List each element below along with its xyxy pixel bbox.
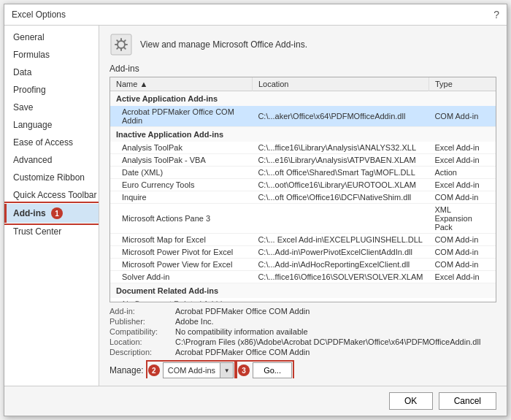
section-inactive-label: Inactive Application Add-ins bbox=[110, 127, 496, 142]
location-value: C:\Program Files (x86)\Adobe\Acrobat DC\… bbox=[175, 337, 496, 346]
addin-detail-label: Add-in: bbox=[110, 307, 175, 316]
go-button-wrapper: 3 Go... bbox=[238, 362, 292, 378]
addin-name: Inquire bbox=[110, 191, 252, 204]
compatibility-value: No compatibility information available bbox=[175, 327, 496, 336]
help-button[interactable]: ? bbox=[493, 9, 499, 20]
sidebar-item-ease-of-access[interactable]: Ease of Access bbox=[4, 134, 99, 151]
table-row[interactable]: Date (XML) C:\...oft Office\Shared\Smart… bbox=[110, 167, 496, 179]
compatibility-label: Compatibility: bbox=[110, 327, 175, 336]
description-label: Description: bbox=[110, 348, 175, 356]
addin-detail-value: Acrobat PDFMaker Office COM Addin bbox=[175, 307, 496, 316]
detail-addin-row: Add-in: Acrobat PDFMaker Office COM Addi… bbox=[110, 307, 496, 316]
detail-publisher-row: Publisher: Adobe Inc. bbox=[110, 317, 496, 326]
sidebar-item-formulas[interactable]: Formulas bbox=[4, 46, 99, 64]
svg-rect-0 bbox=[111, 34, 131, 55]
table-row[interactable]: Analysis ToolPak C:\...ffice16\Library\A… bbox=[110, 142, 496, 154]
excel-options-dialog: Excel Options ? General Formulas Data Pr… bbox=[4, 4, 507, 416]
addin-name: Solver Add-in bbox=[110, 271, 252, 283]
dialog-body: General Formulas Data Proofing Save Lang… bbox=[4, 26, 507, 386]
sidebar-item-customize-ribbon[interactable]: Customize Ribbon bbox=[4, 169, 99, 186]
addin-type: Excel Add-in bbox=[429, 271, 496, 283]
addin-name: Analysis ToolPak bbox=[110, 142, 252, 154]
addin-location: C:\...e16\Library\Analysis\ATPVBAEN.XLAM bbox=[252, 154, 429, 167]
addins-container: Name ▲ Location Type Active Application … bbox=[110, 77, 496, 378]
addin-location: C:\...ffice16\Library\Analysis\ANALYS32.… bbox=[252, 142, 429, 154]
sidebar-item-language[interactable]: Language bbox=[4, 116, 99, 134]
col-header-name[interactable]: Name ▲ bbox=[110, 77, 252, 91]
publisher-label: Publisher: bbox=[110, 317, 175, 326]
manage-dropdown-wrapper: 2 COM Add-ins ▼ bbox=[148, 362, 234, 378]
addin-name: Euro Currency Tools bbox=[110, 179, 252, 191]
table-row[interactable]: Acrobat PDFMaker Office COM Addin C:\...… bbox=[110, 106, 496, 127]
addin-type: COM Add-in bbox=[429, 246, 496, 259]
addin-location: C:\...Add-in\PowerPivotExcelClientAddIn.… bbox=[252, 246, 429, 259]
addin-location: C:\...Add-in\AdHocReportingExcelClient.d… bbox=[252, 259, 429, 271]
manage-section: Manage: 2 COM Add-ins ▼ 3 Go... bbox=[110, 362, 496, 378]
footer-buttons: OK Cancel bbox=[4, 386, 507, 416]
addin-type: Excel Add-in bbox=[429, 154, 496, 167]
main-content: View and manage Microsoft Office Add-ins… bbox=[99, 26, 507, 386]
addin-type: Action bbox=[429, 167, 496, 179]
sidebar-item-save[interactable]: Save bbox=[4, 99, 99, 116]
sidebar-item-quick-access-toolbar[interactable]: Quick Access Toolbar bbox=[4, 186, 99, 204]
table-row[interactable]: Solver Add-in C:\...ffice16\Office16\SOL… bbox=[110, 271, 496, 283]
table-row[interactable]: Microsoft Map for Excel C:\... Excel Add… bbox=[110, 234, 496, 246]
addin-type: COM Add-in bbox=[429, 191, 496, 204]
addin-name: Analysis ToolPak - VBA bbox=[110, 154, 252, 167]
addins-label: Add-ins bbox=[110, 64, 496, 74]
table-row[interactable]: Microsoft Power Pivot for Excel C:\...Ad… bbox=[110, 246, 496, 259]
add-ins-badge: 1 bbox=[51, 207, 63, 219]
addin-location: C:\... Excel Add-in\EXCELPLUGINSHELL.DLL bbox=[252, 234, 429, 246]
addin-location: C:\...aker\Office\x64\PDFMOfficeAddin.dl… bbox=[252, 106, 429, 127]
addin-type: COM Add-in bbox=[429, 106, 496, 127]
manage-badge: 2 bbox=[148, 364, 160, 376]
cancel-button[interactable]: Cancel bbox=[439, 392, 496, 410]
addin-type: Excel Add-in bbox=[429, 142, 496, 154]
addin-name: Date (XML) bbox=[110, 167, 252, 179]
addin-location: C:\...oft Office\Shared\Smart Tag\MOFL.D… bbox=[252, 167, 429, 179]
detail-location-row: Location: C:\Program Files (x86)\Adobe\A… bbox=[110, 337, 496, 346]
addin-location: C:\...ffice16\Office16\SOLVER\SOLVER.XLA… bbox=[252, 271, 429, 283]
table-row[interactable]: Inquire C:\...oft Office\Office16\DCF\Na… bbox=[110, 191, 496, 204]
addin-type: Excel Add-in bbox=[429, 179, 496, 191]
section-active: Active Application Add-ins bbox=[110, 91, 496, 107]
description-value: Acrobat PDFMaker Office COM Addin bbox=[175, 348, 496, 356]
sidebar-item-general[interactable]: General bbox=[4, 28, 99, 46]
sidebar-item-proofing[interactable]: Proofing bbox=[4, 81, 99, 99]
header-section: View and manage Microsoft Office Add-ins… bbox=[110, 33, 496, 56]
table-row[interactable]: Analysis ToolPak - VBA C:\...e16\Library… bbox=[110, 154, 496, 167]
addin-name: Microsoft Power Pivot for Excel bbox=[110, 246, 252, 259]
table-row[interactable]: Microsoft Power View for Excel C:\...Add… bbox=[110, 259, 496, 271]
sidebar-item-trust-center[interactable]: Trust Center bbox=[4, 223, 99, 240]
location-label: Location: bbox=[110, 337, 175, 346]
detail-compatibility-row: Compatibility: No compatibility informat… bbox=[110, 327, 496, 336]
sidebar-item-advanced[interactable]: Advanced bbox=[4, 151, 99, 169]
detail-description-row: Description: Acrobat PDFMaker Office COM… bbox=[110, 348, 496, 356]
section-document-label: Document Related Add-ins bbox=[110, 283, 496, 299]
section-active-label: Active Application Add-ins bbox=[110, 91, 496, 107]
header-description: View and manage Microsoft Office Add-ins… bbox=[140, 39, 307, 50]
addin-type: COM Add-in bbox=[429, 234, 496, 246]
gear-icon bbox=[110, 33, 133, 56]
sidebar-item-add-ins[interactable]: Add-ins 1 bbox=[4, 204, 99, 223]
dropdown-arrow-icon[interactable]: ▼ bbox=[220, 363, 233, 378]
table-row[interactable]: No Document Related Add-ins bbox=[110, 298, 496, 302]
addin-name: Microsoft Power View for Excel bbox=[110, 259, 252, 271]
col-header-type[interactable]: Type bbox=[429, 77, 496, 91]
addin-name: Microsoft Actions Pane 3 bbox=[110, 204, 252, 234]
go-badge: 3 bbox=[238, 364, 250, 376]
addins-table-wrapper[interactable]: Name ▲ Location Type Active Application … bbox=[110, 77, 496, 302]
addin-name: Microsoft Map for Excel bbox=[110, 234, 252, 246]
table-row[interactable]: Euro Currency Tools C:\...oot\Office16\L… bbox=[110, 179, 496, 191]
ok-button[interactable]: OK bbox=[389, 392, 433, 410]
addin-name: Acrobat PDFMaker Office COM Addin bbox=[110, 106, 252, 127]
addin-no-doc: No Document Related Add-ins bbox=[110, 298, 252, 302]
go-button[interactable]: Go... bbox=[253, 362, 292, 378]
addin-location bbox=[252, 204, 429, 234]
manage-dropdown[interactable]: COM Add-ins ▼ bbox=[163, 362, 234, 378]
col-header-location[interactable]: Location bbox=[252, 77, 429, 91]
table-row[interactable]: Microsoft Actions Pane 3 XML Expansion P… bbox=[110, 204, 496, 234]
section-inactive: Inactive Application Add-ins bbox=[110, 127, 496, 142]
addins-table: Name ▲ Location Type Active Application … bbox=[110, 77, 496, 302]
sidebar-item-data[interactable]: Data bbox=[4, 64, 99, 81]
